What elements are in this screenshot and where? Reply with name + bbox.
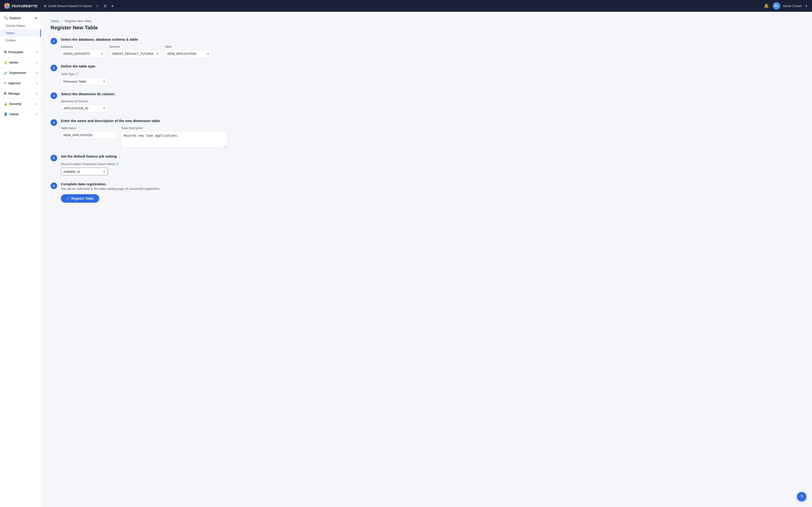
notification-bell[interactable]: 🔔 [763, 2, 770, 9]
database-select[interactable]: DEMO_DATASETS [61, 50, 106, 58]
sidebar-item-tables[interactable]: Tables [0, 30, 41, 37]
experiment-icon: 🧪 [4, 71, 7, 74]
share-button[interactable]: ⤢ [95, 3, 100, 9]
table-type-field-group: Table Type ⓘ Dimension Table [61, 72, 803, 86]
table-type-select[interactable]: Dimension Table [61, 77, 108, 86]
step-2-number: 2 [51, 65, 57, 71]
settings-button[interactable]: ⚙ [103, 3, 108, 9]
sidebar-label-ideate: Ideate [9, 61, 18, 64]
table-description-textarea[interactable]: Records new loan applications. [121, 131, 227, 148]
table-select[interactable]: NEW_APPLICATION [165, 50, 212, 58]
sidebar-item-manage[interactable]: ⚙ Manage › [0, 89, 41, 98]
sidebar-item-experiment[interactable]: 🧪 Experiment › [0, 69, 41, 77]
sidebar-label-security: Security [9, 102, 21, 106]
schema-label: Schema [109, 45, 161, 48]
avatar: XC [773, 2, 780, 10]
dropdown-button[interactable]: ▾ [111, 3, 114, 9]
step-1-number: 1 [51, 38, 57, 45]
dimension-id-select[interactable]: APPLICATION_ID [61, 104, 108, 112]
step-5-number: 5 [51, 155, 57, 161]
approve-icon: ✓ [4, 81, 6, 85]
schema-field-group: Schema CREDIT_DEFAULT_TUTORIAL [109, 45, 161, 58]
step-5: 5 Set the default feature job setting Re… [51, 154, 803, 175]
chevron-right-icon-manage: › [36, 92, 37, 95]
sidebar-item-ideate[interactable]: 💡 Ideate › [0, 58, 41, 66]
step-6-title: Complete data registration. [61, 182, 803, 186]
breadcrumb-separator: > [61, 19, 63, 23]
sidebar-divider-2 [0, 57, 41, 57]
record-creation-select[interactable]: available_at [61, 168, 108, 175]
step-1: 1 Select the database, database schema &… [51, 38, 803, 58]
database-field-group: Database DEMO_DATASETS [61, 45, 106, 58]
sidebar-item-admin[interactable]: 👤 Admin › [0, 110, 41, 118]
formulate-icon: ⚗ [4, 50, 7, 54]
schema-select[interactable]: CREDIT_DEFAULT_TUTORIAL [109, 50, 161, 58]
check-icon: ✓ [67, 196, 69, 201]
record-creation-info-icon: ⓘ [116, 162, 119, 166]
database-label: Database [61, 45, 106, 48]
user-name: Xavier Conort [783, 4, 802, 8]
logo-text: FEATUREBYTE [12, 4, 38, 8]
sidebar-label-experiment: Experiment [9, 71, 26, 74]
table-name-label: Table Name [61, 126, 117, 130]
step-2: 2 Define the table type Table Type ⓘ Dim… [51, 64, 803, 86]
logo: FEATUREBYTE [4, 3, 38, 9]
sidebar-label-manage: Manage [8, 92, 20, 95]
nav-monitor-icon: 🖥 Credit Default Dataset UI tutorial [44, 4, 92, 8]
step-2-title: Define the table type [61, 64, 803, 68]
sidebar-label-formulate: Formulate [8, 50, 23, 54]
chevron-right-icon-formulate: › [36, 50, 37, 54]
sidebar-item-entities[interactable]: Entities [0, 37, 41, 44]
step-6-description: You will be redirected to the table cata… [61, 187, 803, 190]
step-4: 4 Enter the name and description of the … [51, 119, 803, 148]
top-navigation: FEATUREBYTE 🖥 Credit Default Dataset UI … [0, 0, 812, 12]
chevron-down-icon: ∨ [35, 16, 37, 20]
table-desc-label: Table Description [121, 126, 227, 130]
page-title: Register New Table [51, 25, 803, 31]
user-dropdown-button[interactable]: ▾ [805, 3, 808, 9]
step-4-number: 4 [51, 119, 57, 126]
chevron-right-icon-admin: › [36, 112, 37, 116]
admin-icon: 👤 [4, 112, 7, 116]
sidebar-label-admin: Admin [9, 112, 19, 116]
step-6-number: 6 [51, 182, 57, 189]
chevron-right-icon-ideate: › [36, 61, 37, 64]
explore-icon: 🔍 [4, 16, 8, 20]
sidebar-label-approve: Approve [8, 81, 21, 85]
sidebar-divider-5 [0, 88, 41, 89]
sidebar-divider-3 [0, 67, 41, 68]
security-icon: 🔒 [4, 102, 7, 106]
chevron-right-icon-experiment: › [36, 71, 37, 74]
step-5-title: Set the default feature job setting [61, 154, 803, 158]
step-3-title: Select the dimension ID column. [61, 92, 803, 96]
record-creation-field-group: Record Creation Timestamp Column Name ⓘ … [61, 162, 803, 175]
breadcrumb-parent[interactable]: Tables [51, 19, 59, 23]
chevron-right-icon-security: › [36, 102, 37, 106]
chevron-right-icon-approve: › [36, 81, 37, 85]
help-button[interactable]: ? [797, 492, 806, 501]
table-field-group: Table NEW_APPLICATION [165, 45, 212, 58]
register-table-button[interactable]: ✓ Register Table [61, 194, 99, 203]
sidebar-label-explore: Explore [10, 16, 21, 20]
sidebar-divider-4 [0, 78, 41, 78]
sidebar-item-formulate[interactable]: ⚗ Formulate › [0, 48, 41, 56]
sidebar-item-approve[interactable]: ✓ Approve › [0, 79, 41, 87]
step-1-title: Select the database, database schema & t… [61, 38, 803, 41]
dim-id-label: Dimension ID Column [61, 100, 803, 103]
dim-id-field-group: Dimension ID Column APPLICATION_ID [61, 100, 803, 112]
sidebar-divider-6 [0, 99, 41, 99]
manage-icon: ⚙ [4, 92, 7, 95]
step-3-number: 3 [51, 93, 57, 99]
sidebar: ‹ 🔍 Explore ∨ Source Tables Tables Entit… [0, 12, 41, 507]
step-4-title: Enter the name and description of the ne… [61, 119, 803, 123]
sidebar-item-source-tables[interactable]: Source Tables [0, 22, 41, 30]
sidebar-item-security[interactable]: 🔒 Security › [0, 100, 41, 108]
dataset-name: Credit Default Dataset UI tutorial [48, 4, 92, 8]
record-creation-label: Record Creation Timestamp Column Name ⓘ [61, 162, 803, 166]
ideate-icon: 💡 [4, 61, 7, 64]
table-type-label: Table Type ⓘ [61, 72, 803, 76]
table-name-input[interactable] [61, 131, 117, 139]
step-3: 3 Select the dimension ID column. Dimens… [51, 92, 803, 112]
table-label: Table [165, 45, 212, 48]
sidebar-item-explore[interactable]: 🔍 Explore ∨ [0, 14, 41, 22]
